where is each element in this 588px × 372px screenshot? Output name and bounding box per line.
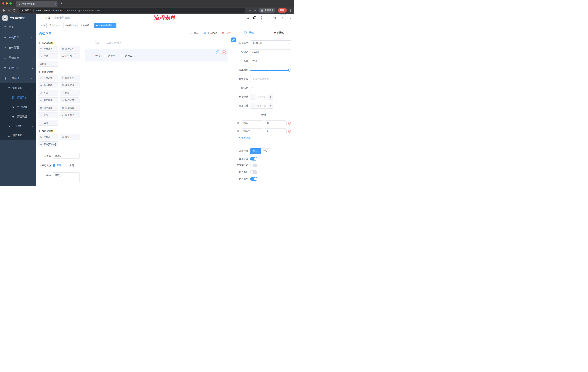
option-label-input[interactable]	[241, 120, 263, 126]
palette-item-table[interactable]: ▦表格[开发中]	[38, 141, 58, 147]
tag-close-icon[interactable]: ×	[59, 24, 61, 27]
status-off-radio[interactable]: 关闭	[65, 164, 74, 167]
palette-item-time-picker[interactable]: ◷时间选择	[38, 97, 58, 103]
help-icon[interactable]: ?	[260, 16, 263, 20]
fullscreen-icon[interactable]	[267, 16, 270, 19]
reload-button[interactable]	[13, 9, 15, 12]
forward-button[interactable]	[8, 9, 10, 12]
tag-close-icon[interactable]: ×	[75, 24, 76, 27]
style-default-button[interactable]: 默认	[250, 148, 261, 154]
sidebar-item-user-group[interactable]: 用户分组	[0, 102, 36, 112]
default-value-input[interactable]	[250, 85, 291, 91]
sidebar-item-home[interactable]: 首页	[0, 22, 36, 32]
component-type-select[interactable]: 多选框组	[250, 40, 291, 46]
address-bar[interactable]: 不安全 dashboard.yudao.iocoder.cn/bpm/manag…	[19, 8, 245, 13]
option-value-input[interactable]	[265, 128, 287, 134]
palette-item-checkbox-group[interactable]: ☑多选框组	[60, 83, 80, 88]
palette-item-rate[interactable]: ☆评分	[38, 112, 58, 118]
sidebar-item-process-management[interactable]: 流程管理	[0, 83, 36, 93]
checkbox-option-2[interactable]: 选项二	[121, 54, 132, 57]
palette-item-slider[interactable]: ⊸滑块	[60, 90, 80, 96]
slider-handle[interactable]	[288, 69, 291, 72]
palette-item-select[interactable]: ◎下拉选择	[38, 75, 58, 81]
search-icon[interactable]	[247, 16, 249, 19]
breadcrumb-home[interactable]: 首页	[45, 16, 50, 20]
palette-item-radio-group[interactable]: ◉单选框组	[38, 83, 58, 88]
link-button[interactable]	[231, 37, 236, 42]
add-option-button[interactable]: 添加选项	[237, 137, 291, 140]
tag-close-icon[interactable]: ×	[114, 24, 115, 27]
sidebar-item-dev-tools[interactable]: 研发工具	[0, 63, 36, 73]
palette-item-switch[interactable]: 开关	[38, 90, 58, 96]
remove-option-button[interactable]	[288, 122, 291, 125]
password-key-icon[interactable]	[249, 9, 252, 12]
drag-handle-icon[interactable]	[237, 122, 240, 125]
tag-process-form[interactable]: 流程表单×	[79, 23, 93, 28]
phone-field[interactable]: *手机号	[85, 40, 228, 46]
save-button[interactable]: 保存	[189, 32, 199, 35]
min-select-value[interactable]: 至少应选	[255, 94, 268, 100]
browser-update-button[interactable]: 更新	[278, 8, 287, 12]
palette-item-time-range[interactable]: ◴时间范围	[60, 97, 80, 103]
tag-process-definition[interactable]: 流程定义×	[48, 23, 62, 28]
sidebar-item-task-management[interactable]: 任务管理	[0, 121, 36, 131]
tag-home[interactable]: 首页	[39, 23, 47, 28]
disabled-toggle[interactable]	[250, 170, 257, 174]
view-json-button[interactable]: 查看json	[203, 32, 217, 35]
avatar-caret-icon[interactable]	[290, 17, 291, 19]
browser-tab[interactable]: 芋道管理系统 ×	[16, 1, 57, 7]
maximize-window-button[interactable]	[10, 2, 12, 5]
bookmark-star-icon[interactable]: ☆	[254, 9, 256, 12]
palette-item-textarea[interactable]: ▤多行文本	[60, 46, 80, 52]
remark-textarea[interactable]: 嘿嘿	[53, 172, 80, 183]
form-name-input[interactable]	[53, 153, 80, 159]
minimize-window-button[interactable]	[6, 2, 8, 5]
remove-option-button[interactable]	[288, 130, 291, 133]
decrease-button[interactable]: −	[250, 94, 255, 100]
tag-process-model[interactable]: 流程模型×	[63, 23, 78, 28]
sidebar-item-infrastructure[interactable]: 基础设施	[0, 53, 36, 63]
palette-item-password[interactable]: 密码	[38, 53, 58, 59]
copy-widget-button[interactable]	[216, 50, 220, 54]
status-on-radio[interactable]: 开启	[53, 164, 61, 167]
palette-item-editor[interactable]: 编辑器	[38, 61, 58, 67]
increase-button[interactable]: +	[268, 103, 273, 108]
phone-input[interactable]	[104, 40, 228, 46]
palette-item-counter[interactable]: 123计数器	[60, 53, 80, 59]
security-warning[interactable]: 不安全	[21, 9, 32, 12]
palette-item-date-picker[interactable]: ▦日期选择	[38, 105, 58, 111]
palette-item-upload[interactable]: ☁上传	[38, 120, 58, 126]
sidebar-logo[interactable]: 芋道管理系统	[0, 14, 36, 22]
palette-item-color-picker[interactable]: ◕颜色选择	[60, 112, 80, 118]
sidebar-item-payment[interactable]: ¥ 支付管理	[0, 43, 36, 53]
required-toggle[interactable]	[250, 177, 257, 181]
sidebar-item-system[interactable]: 系统管理	[0, 32, 36, 43]
font-size-icon[interactable]: TT	[273, 17, 276, 19]
max-select-value[interactable]: 最多可选	[255, 103, 268, 108]
palette-item-single-line-text[interactable]: ▭单行文本	[38, 46, 58, 52]
palette-item-button[interactable]: ⊡按钮	[60, 134, 80, 140]
sidebar-item-process-model[interactable]: 流程模型	[0, 112, 36, 121]
sidebar-item-workflow[interactable]: 工作流程	[0, 73, 36, 83]
form-canvas[interactable]: *手机号 *性别	[82, 37, 234, 186]
sidebar-item-leave-query[interactable]: 请假查询	[0, 131, 36, 140]
tab-component-props[interactable]: 组件属性	[234, 29, 264, 36]
delete-widget-button[interactable]	[222, 50, 226, 54]
tab-form-props[interactable]: 表单属性	[264, 29, 294, 36]
clear-button[interactable]: 清空	[222, 32, 231, 35]
title-input[interactable]	[250, 58, 291, 64]
option-value-input[interactable]	[265, 120, 287, 126]
tag-process-form-edit[interactable]: 流程表单-编辑×	[94, 23, 117, 28]
show-label-toggle[interactable]	[250, 157, 257, 160]
tag-close-icon[interactable]: ×	[90, 24, 92, 27]
form-grid-slider[interactable]	[250, 67, 291, 73]
github-icon[interactable]	[253, 16, 256, 20]
label-width-input[interactable]	[250, 76, 291, 82]
back-button[interactable]	[2, 9, 5, 12]
increase-button[interactable]: +	[268, 94, 273, 100]
selected-widget-gender[interactable]: *性别 选项一 选项二	[85, 49, 228, 62]
drag-handle-icon[interactable]	[237, 130, 240, 133]
border-toggle[interactable]	[250, 164, 257, 167]
new-tab-button[interactable]: +	[60, 1, 63, 5]
decrease-button[interactable]: −	[250, 103, 255, 108]
